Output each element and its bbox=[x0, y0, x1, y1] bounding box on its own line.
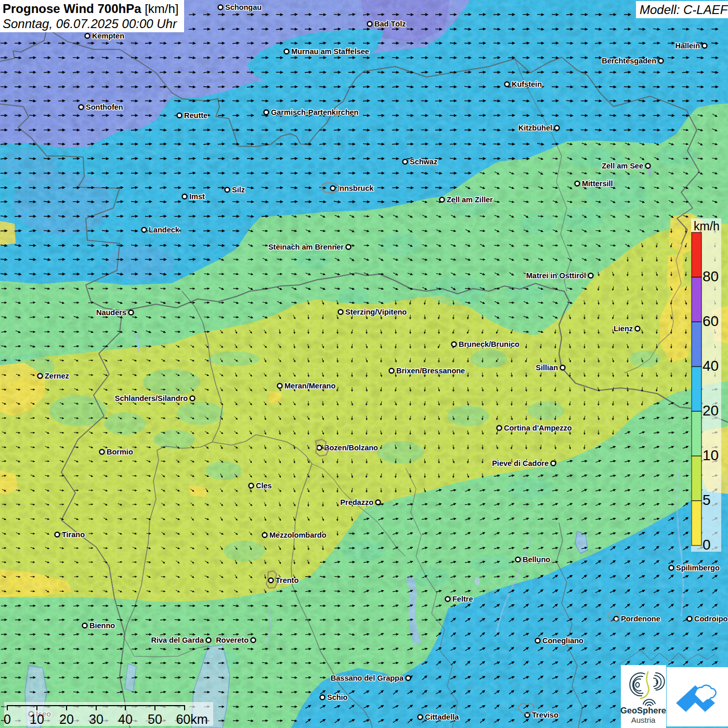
svg-text:Zell am Ziller: Zell am Ziller bbox=[447, 196, 493, 204]
svg-text:Innsbruck: Innsbruck bbox=[337, 184, 374, 192]
svg-text:Pordenone: Pordenone bbox=[621, 615, 660, 623]
svg-text:0: 0 bbox=[703, 537, 711, 553]
svg-text:Bozen/Bolzano: Bozen/Bolzano bbox=[324, 444, 378, 452]
svg-text:Tirano: Tirano bbox=[62, 530, 85, 539]
svg-text:60: 60 bbox=[703, 313, 719, 329]
svg-text:10: 10 bbox=[703, 447, 719, 463]
svg-text:Murnau am Staffelsee: Murnau am Staffelsee bbox=[291, 47, 369, 56]
svg-text:Schongau: Schongau bbox=[225, 3, 262, 11]
svg-text:Meran/Merano: Meran/Merano bbox=[284, 382, 335, 390]
svg-text:30: 30 bbox=[89, 712, 103, 726]
svg-text:Zernez: Zernez bbox=[45, 372, 69, 380]
svg-text:Spilimbergo: Spilimbergo bbox=[676, 564, 720, 572]
svg-text:Garmisch-Partenkirchen: Garmisch-Partenkirchen bbox=[271, 108, 358, 116]
svg-text:Zell am See: Zell am See bbox=[602, 162, 643, 170]
svg-text:GeoSphere: GeoSphere bbox=[620, 706, 666, 715]
svg-text:Reutte: Reutte bbox=[184, 111, 207, 120]
svg-text:Modell: C-LAEF: Modell: C-LAEF bbox=[640, 3, 728, 17]
svg-text:Mittersill: Mittersill bbox=[582, 179, 613, 188]
svg-text:60km: 60km bbox=[176, 712, 207, 726]
svg-text:80: 80 bbox=[703, 268, 719, 284]
svg-text:Feltre: Feltre bbox=[452, 595, 473, 603]
svg-text:Silz: Silz bbox=[232, 186, 245, 194]
svg-text:Lienz: Lienz bbox=[614, 324, 633, 333]
svg-text:Berchtesgaden: Berchtesgaden bbox=[602, 57, 656, 65]
svg-text:Bassano del Grappa: Bassano del Grappa bbox=[331, 674, 404, 682]
svg-text:Hallein: Hallein bbox=[675, 42, 700, 50]
svg-text:Imst: Imst bbox=[189, 192, 205, 201]
svg-text:Cles: Cles bbox=[256, 482, 272, 490]
svg-text:10: 10 bbox=[30, 712, 44, 726]
svg-text:Rovereto: Rovereto bbox=[216, 636, 249, 644]
svg-text:Bienno: Bienno bbox=[89, 621, 115, 630]
svg-text:Trento: Trento bbox=[276, 576, 298, 584]
svg-text:Steinach am Brenner: Steinach am Brenner bbox=[268, 243, 344, 251]
svg-text:Conegliano: Conegliano bbox=[542, 636, 583, 645]
svg-text:Riva del Garda: Riva del Garda bbox=[151, 636, 204, 644]
svg-text:Belluno: Belluno bbox=[523, 555, 550, 564]
svg-text:0: 0 bbox=[4, 712, 11, 726]
svg-text:20: 20 bbox=[703, 402, 719, 419]
svg-text:Treviso: Treviso bbox=[532, 711, 558, 719]
svg-text:Kitzbühel: Kitzbühel bbox=[518, 124, 552, 132]
svg-text:50: 50 bbox=[148, 712, 162, 726]
svg-text:Schlanders/Silandro: Schlanders/Silandro bbox=[115, 394, 188, 402]
svg-text:Nauders: Nauders bbox=[96, 308, 126, 317]
svg-text:Codroipo: Codroipo bbox=[694, 615, 728, 623]
svg-text:Bruneck/Brunico: Bruneck/Brunico bbox=[459, 340, 519, 348]
svg-text:Bad Tölz: Bad Tölz bbox=[374, 20, 406, 28]
svg-text:Sonntag, 06.07.2025 00:00 Uhr: Sonntag, 06.07.2025 00:00 Uhr bbox=[3, 17, 177, 31]
svg-text:Austria: Austria bbox=[631, 716, 656, 724]
svg-text:40: 40 bbox=[703, 358, 719, 374]
svg-text:Schwaz: Schwaz bbox=[410, 158, 437, 166]
svg-text:km/h: km/h bbox=[694, 219, 720, 233]
svg-text:Sillian: Sillian bbox=[536, 363, 558, 372]
svg-text:Matrei in Osttirol: Matrei in Osttirol bbox=[526, 271, 586, 280]
svg-text:Bormio: Bormio bbox=[107, 448, 133, 456]
svg-text:Kempten: Kempten bbox=[92, 32, 124, 40]
svg-text:Sterzing/Vipiteno: Sterzing/Vipiteno bbox=[345, 308, 407, 316]
svg-text:Sonthofen: Sonthofen bbox=[86, 103, 123, 111]
svg-text:5: 5 bbox=[703, 492, 711, 508]
svg-text:Cortina d'Ampezzo: Cortina d'Ampezzo bbox=[504, 424, 572, 432]
svg-text:Mezzolombardo: Mezzolombardo bbox=[269, 531, 327, 539]
svg-text:Landeck: Landeck bbox=[149, 226, 180, 234]
svg-text:Predazzo: Predazzo bbox=[340, 498, 373, 506]
svg-text:Kufstein: Kufstein bbox=[512, 80, 542, 88]
svg-text:Schio: Schio bbox=[327, 693, 348, 701]
svg-text:Prognose Wind 700hPa [km/h]: Prognose Wind 700hPa [km/h] bbox=[3, 2, 179, 16]
svg-text:Cittadella: Cittadella bbox=[425, 713, 459, 721]
svg-text:40: 40 bbox=[118, 712, 133, 726]
svg-text:20: 20 bbox=[59, 712, 74, 726]
svg-text:Brixen/Bressanone: Brixen/Bressanone bbox=[396, 367, 465, 375]
svg-text:Pieve di Cadore: Pieve di Cadore bbox=[492, 459, 549, 467]
